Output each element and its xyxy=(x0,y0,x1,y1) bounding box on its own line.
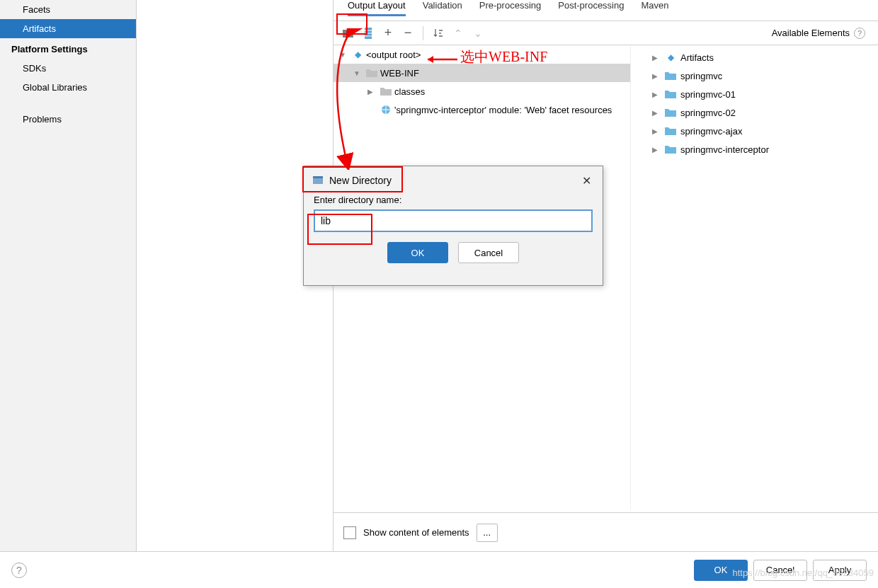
dialog-titlebar: New Directory ✕ xyxy=(304,166,603,195)
dialog-icon xyxy=(312,174,324,188)
elem-label: springmvc-interceptor xyxy=(680,144,769,155)
tab-output-layout[interactable]: Output Layout xyxy=(348,0,406,11)
sidebar: Facets Artifacts Platform Settings SDKs … xyxy=(0,0,137,552)
expand-icon[interactable]: ▶ xyxy=(652,127,661,135)
tree-facet-resources[interactable]: 'springmvc-interceptor' module: 'Web' fa… xyxy=(333,100,630,119)
elem-label: springmvc-02 xyxy=(680,108,736,118)
elem-springmvc-02[interactable]: ▶ springmvc-02 xyxy=(631,103,878,122)
tab-validation[interactable]: Validation xyxy=(423,0,462,11)
module-icon xyxy=(665,88,676,100)
show-content-label: Show content of elements xyxy=(363,527,469,538)
folder-icon xyxy=(366,67,377,79)
sidebar-item-artifacts[interactable]: Artifacts xyxy=(0,19,136,38)
artifacts-icon: ◆ xyxy=(665,52,676,63)
expand-icon[interactable]: ▶ xyxy=(652,54,661,62)
expand-button[interactable]: ⌃ xyxy=(450,25,466,41)
web-icon xyxy=(380,104,392,115)
expand-icon[interactable]: ▼ xyxy=(353,69,363,77)
elem-label: springmvc-ajax xyxy=(680,126,742,137)
expand-icon[interactable]: ▶ xyxy=(367,88,377,96)
elem-springmvc-01[interactable]: ▶ springmvc-01 xyxy=(631,85,878,103)
elem-springmvc-ajax[interactable]: ▶ springmvc-ajax xyxy=(631,122,878,140)
elem-springmvc-interceptor[interactable]: ▶ springmvc-interceptor xyxy=(631,140,878,158)
expand-icon[interactable]: ▶ xyxy=(652,91,661,98)
new-folder-icon xyxy=(342,28,355,39)
sidebar-item-global-libraries[interactable]: Global Libraries xyxy=(0,78,136,97)
tab-maven[interactable]: Maven xyxy=(641,0,668,11)
layout-button[interactable] xyxy=(360,25,376,41)
folder-icon xyxy=(380,86,392,97)
tree-label: WEB-INF xyxy=(380,68,419,79)
annotation-text: 选中WEB-INF xyxy=(460,47,547,67)
module-icon xyxy=(665,125,676,137)
available-elements-label: Available Elements ? xyxy=(772,28,871,39)
output-root-icon: ◆ xyxy=(352,49,363,60)
dialog-ok-button[interactable]: OK xyxy=(387,242,448,263)
help-icon[interactable]: ? xyxy=(11,563,27,578)
show-content-checkbox[interactable] xyxy=(343,526,356,539)
add-button[interactable]: + xyxy=(380,25,396,41)
tab-post-processing[interactable]: Post-processing xyxy=(558,0,624,11)
sidebar-item-problems[interactable]: Problems xyxy=(0,110,136,129)
available-elements-text: Available Elements xyxy=(772,28,850,38)
new-folder-button[interactable] xyxy=(341,25,356,41)
tab-pre-processing[interactable]: Pre-processing xyxy=(479,0,541,11)
ellipsis-button[interactable]: ... xyxy=(477,524,498,542)
sidebar-heading-platform: Platform Settings xyxy=(0,38,136,59)
watermark: https://blog.csdn.net/qq_59234059 xyxy=(733,567,874,578)
module-icon xyxy=(665,107,676,118)
directory-name-input[interactable] xyxy=(314,209,593,232)
tree-classes[interactable]: ▶ classes xyxy=(333,82,630,100)
bottom-bar: Show content of elements ... xyxy=(333,512,878,552)
elem-label: Artifacts xyxy=(680,52,714,63)
sort-button[interactable] xyxy=(431,25,446,41)
layout-icon xyxy=(363,28,373,39)
help-icon[interactable]: ? xyxy=(854,28,865,39)
expand-icon[interactable]: ▶ xyxy=(652,109,661,117)
expand-icon[interactable]: ▼ xyxy=(339,51,349,59)
available-elements-tree: ▶ ◆ Artifacts ▶ springmvc ▶ springmvc-01… xyxy=(630,45,878,509)
module-icon xyxy=(665,70,676,81)
dialog-cancel-button[interactable]: Cancel xyxy=(458,242,519,263)
dialog-title-text: New Directory xyxy=(329,175,392,186)
expand-icon[interactable]: ▶ xyxy=(652,146,661,154)
tree-label: 'springmvc-interceptor' module: 'Web' fa… xyxy=(394,105,612,115)
module-icon xyxy=(665,144,676,155)
tree-label: <output root> xyxy=(366,50,421,60)
elem-springmvc[interactable]: ▶ springmvc xyxy=(631,67,878,85)
svg-rect-6 xyxy=(313,176,323,178)
elem-label: springmvc xyxy=(680,71,722,81)
close-icon[interactable]: ✕ xyxy=(579,171,594,190)
new-directory-dialog: New Directory ✕ Enter directory name: OK… xyxy=(303,166,603,286)
toolbar-separator xyxy=(423,26,423,40)
collapse-button[interactable]: ⌄ xyxy=(470,25,486,41)
elem-artifacts[interactable]: ▶ ◆ Artifacts xyxy=(631,48,878,67)
tree-label: classes xyxy=(394,86,425,97)
dialog-label: Enter directory name: xyxy=(314,195,593,205)
toolbar: + − ⌃ ⌄ Available Elements ? xyxy=(333,21,878,45)
sidebar-item-sdks[interactable]: SDKs xyxy=(0,59,136,78)
remove-button[interactable]: − xyxy=(400,25,416,41)
elem-label: springmvc-01 xyxy=(680,89,736,100)
sidebar-item-facets[interactable]: Facets xyxy=(0,0,136,19)
expand-icon[interactable]: ▶ xyxy=(652,72,661,80)
sort-icon xyxy=(433,28,444,39)
tabs: Output Layout Validation Pre-processing … xyxy=(333,0,878,14)
